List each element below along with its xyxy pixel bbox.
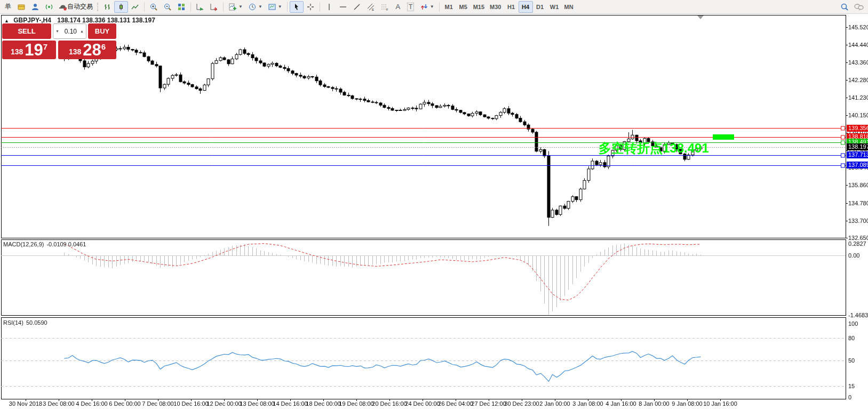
time-axis-label: 30 Dec 23:00	[504, 400, 539, 407]
chevron-down-icon: ▼	[278, 4, 282, 9]
price-axis-label: 142.280	[848, 77, 868, 83]
time-axis-label: 4 Jan 16:00	[606, 400, 636, 407]
trendline-button[interactable]	[350, 1, 364, 13]
indicators-icon	[228, 3, 237, 11]
buy-price-display[interactable]: 138 28 6	[58, 41, 116, 59]
chevron-down-icon: ▼	[238, 4, 243, 9]
periods-button[interactable]: ▼	[245, 1, 265, 13]
zoom-out-button[interactable]	[161, 1, 174, 13]
price-chart-canvas[interactable]	[0, 0, 868, 409]
equidistant-channel-button[interactable]: E	[364, 1, 378, 13]
macd-scale-label: 0.2827	[848, 240, 866, 247]
arrows-button[interactable]: ▼	[417, 1, 437, 13]
buy-price-sup: 6	[101, 42, 106, 51]
autotrade-label: 自动交易	[67, 2, 93, 11]
community-button[interactable]	[28, 1, 42, 13]
chevron-down-icon: ▼	[430, 4, 434, 9]
macd-scale-label: 0.00	[848, 252, 859, 259]
time-axis-label: 12 Dec 00:00	[206, 400, 241, 407]
price-axis-label: 133.700	[848, 218, 868, 224]
time-axis-label: 4 Dec 16:00	[76, 400, 107, 407]
price-axis-label: 143.360	[848, 59, 868, 66]
text-label-button[interactable]: T	[404, 1, 417, 13]
crosshair-button[interactable]	[304, 1, 317, 13]
rsi-pane-label: RSI(14) 50.0590	[3, 319, 47, 326]
timeframe-button-m5[interactable]: M5	[456, 1, 471, 13]
time-axis-label: 10 Jan 16:00	[703, 400, 737, 407]
search-icon	[840, 3, 849, 11]
search-button[interactable]	[838, 1, 851, 13]
buy-button[interactable]: BUY	[88, 23, 116, 39]
rsi-name: RSI(14)	[3, 319, 23, 326]
cursor-button[interactable]	[290, 1, 304, 13]
timeframe-button-h4[interactable]: H4	[519, 1, 533, 13]
new-order-label: 单	[5, 2, 11, 11]
sell-price-display[interactable]: 138 19 7	[2, 41, 56, 59]
price-axis-label: 134.780	[848, 200, 868, 206]
signals-button[interactable]	[42, 1, 56, 13]
zoom-in-button[interactable]	[147, 1, 161, 13]
volume-up-button[interactable]: ▲	[78, 24, 86, 38]
price-axis-label: 141.230	[848, 94, 868, 101]
channel-icon: E	[367, 3, 375, 11]
chart-shift-button[interactable]	[207, 1, 221, 13]
time-axis-label: 13 Dec 08:00	[240, 400, 274, 407]
zoom-in-icon	[149, 3, 158, 11]
timeframe-button-m15[interactable]: M15	[471, 1, 487, 13]
templates-button[interactable]: ▼	[265, 1, 285, 13]
cursor-icon	[292, 3, 301, 11]
svg-text:E: E	[372, 8, 374, 11]
indicators-button[interactable]: ▼	[226, 1, 245, 13]
vertical-line-button[interactable]	[322, 1, 336, 13]
macd-values: -0.0109 0.0461	[46, 241, 86, 247]
terminal-window: 单 自动交易 ▼ ▼ ▼ E F A T ▼ M1M	[0, 0, 868, 409]
sell-button[interactable]: SELL	[2, 23, 51, 39]
autoscroll-icon	[196, 3, 204, 11]
volume-value[interactable]: 0.10	[61, 24, 78, 38]
chat-icon	[854, 3, 864, 11]
trendline-icon	[353, 3, 361, 11]
timeframe-button-d1[interactable]: D1	[533, 1, 547, 13]
sell-price-sup: 7	[43, 42, 47, 51]
toolbar-separator	[144, 2, 145, 12]
autoscroll-button[interactable]	[193, 1, 207, 13]
horizontal-line-button[interactable]	[336, 1, 350, 13]
market-watch-button[interactable]	[14, 1, 28, 13]
symbol-timeframe-label: GBPJPY-,H4	[13, 17, 51, 24]
price-tag: 138.197	[847, 143, 868, 150]
chart-title: ▲ GBPJPY-,H4 138.174 138.336 138.131 138…	[4, 17, 155, 24]
volume-down-button[interactable]: ▼	[53, 24, 61, 38]
text-label-icon: T	[407, 3, 414, 11]
text-button[interactable]: A	[392, 1, 404, 13]
time-axis-label: 3 Dec 08:00	[43, 400, 74, 407]
timeframe-button-m1[interactable]: M1	[442, 1, 456, 13]
candlestick-chart-button[interactable]	[114, 1, 128, 13]
volume-stepper[interactable]: ▼ 0.10 ▲	[53, 23, 86, 39]
autotrade-button[interactable]: 自动交易	[56, 1, 95, 13]
timeframe-button-m30[interactable]: M30	[487, 1, 504, 13]
price-tag: 139.356	[847, 125, 868, 132]
toolbar-separator	[223, 2, 224, 12]
bar-chart-button[interactable]	[100, 1, 114, 13]
rsi-scale-label: 0	[848, 394, 851, 400]
toolbar-separator	[439, 2, 440, 12]
timeframe-button-mn[interactable]: MN	[562, 1, 576, 13]
timeframe-button-h1[interactable]: H1	[504, 1, 519, 13]
time-axis-label: 10 Dec 16:00	[173, 400, 208, 407]
fibonacci-button[interactable]: F	[378, 1, 392, 13]
tile-windows-icon	[177, 3, 186, 11]
collapse-arrow-icon: ▲	[4, 18, 9, 23]
line-chart-button[interactable]	[128, 1, 142, 13]
macd-name: MACD(12,26,9)	[3, 241, 44, 247]
chat-button[interactable]	[851, 1, 866, 13]
new-order-button[interactable]: 单	[2, 1, 14, 13]
timeframe-button-w1[interactable]: W1	[547, 1, 562, 13]
price-axis-label: 145.520	[848, 24, 868, 30]
time-axis-label: 30 Nov 2018	[9, 400, 42, 407]
time-axis-label: 8 Jan 00:00	[639, 400, 670, 407]
person-icon	[31, 3, 39, 11]
rsi-value: 50.0590	[26, 319, 47, 326]
tile-windows-button[interactable]	[174, 1, 188, 13]
chart-shift-icon	[210, 3, 218, 11]
macd-pane-label: MACD(12,26,9) -0.0109 0.0461	[3, 241, 86, 247]
